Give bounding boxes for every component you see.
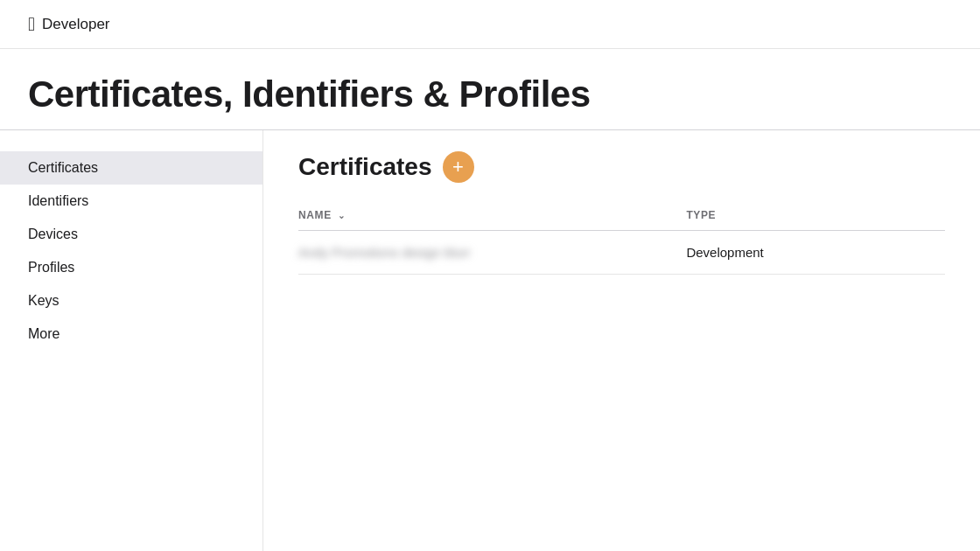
certificates-table: NAME ⌄ TYPE Andy Promotions design blurr… xyxy=(298,200,945,275)
column-type: TYPE xyxy=(686,200,945,231)
cert-name-cell: Andy Promotions design blurr xyxy=(298,231,686,275)
sidebar: Certificates Identifiers Devices Profile… xyxy=(0,130,262,551)
table-header-row: NAME ⌄ TYPE xyxy=(298,200,945,231)
header:  Developer xyxy=(0,0,980,49)
main-content: Certificates Identifiers Devices Profile… xyxy=(0,130,980,551)
page-title: Certificates, Identifiers & Profiles xyxy=(28,73,952,115)
sidebar-item-identifiers[interactable]: Identifiers xyxy=(0,185,262,218)
content-header: Certificates + xyxy=(298,151,945,183)
sidebar-item-more[interactable]: More xyxy=(0,317,262,351)
page-title-area: Certificates, Identifiers & Profiles xyxy=(0,49,980,130)
sidebar-item-keys[interactable]: Keys xyxy=(0,284,262,317)
content-title: Certificates xyxy=(298,153,432,181)
cert-type: Development xyxy=(686,245,763,260)
cert-name: Andy Promotions design blurr xyxy=(298,245,471,260)
content-area: Certificates + NAME ⌄ TYPE xyxy=(262,130,980,551)
sidebar-item-devices[interactable]: Devices xyxy=(0,218,262,251)
apple-icon:  xyxy=(28,15,35,34)
sort-icon: ⌄ xyxy=(338,211,346,220)
table-row[interactable]: Andy Promotions design blurr Development xyxy=(298,231,945,275)
plus-icon: + xyxy=(452,157,464,177)
header-logo:  Developer xyxy=(28,15,110,34)
cert-type-cell: Development xyxy=(686,231,945,275)
sidebar-item-certificates[interactable]: Certificates xyxy=(0,151,262,185)
column-name: NAME ⌄ xyxy=(298,200,686,231)
add-certificate-button[interactable]: + xyxy=(443,151,474,183)
header-title: Developer xyxy=(42,16,110,33)
sidebar-item-profiles[interactable]: Profiles xyxy=(0,251,262,284)
